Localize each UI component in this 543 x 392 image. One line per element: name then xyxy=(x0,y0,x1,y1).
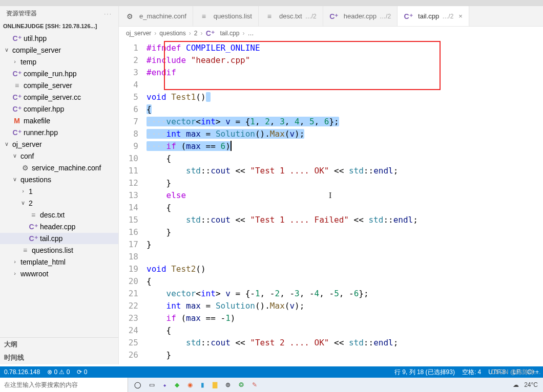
tree-label: compile_server xyxy=(12,46,61,54)
taskbar-search[interactable]: 在这里输入你要搜索的内容 xyxy=(0,378,128,392)
taskbar-icons[interactable]: ◯ ▭ ⬥ ◆ ◉ ▮ ▇ ⊚ ❂ ✎ xyxy=(128,381,263,388)
vscode-icon[interactable]: ⬥ xyxy=(163,381,166,388)
code-line-9[interactable]: ····if (max == 6) xyxy=(147,140,543,153)
code-line-26[interactable]: } xyxy=(147,349,543,361)
code-line-20[interactable]: { xyxy=(147,275,543,288)
status-host[interactable]: 0.78.126.148 xyxy=(4,368,40,376)
snip-icon[interactable]: ✎ xyxy=(252,381,257,388)
tree-node-desc-txt[interactable]: ≡desc.txt xyxy=(0,209,118,221)
status-spaces[interactable]: 空格: 4 xyxy=(462,368,481,377)
breadcrumb-item[interactable]: tail.cpp xyxy=(220,30,239,37)
timeline-section[interactable]: 时间线 xyxy=(0,351,118,364)
tree-node-2[interactable]: ∨2 xyxy=(0,198,118,209)
vscode-icon-2[interactable]: ▮ xyxy=(201,381,204,388)
taskview-icon[interactable]: ▭ xyxy=(149,381,155,388)
breadcrumb-item[interactable]: questions xyxy=(159,30,185,37)
tree-node-tail-cpp[interactable]: C⁺tail.cpp xyxy=(0,233,118,244)
code-line-1[interactable]: #ifndef COMPILER_ONLINE xyxy=(147,42,543,54)
tree-node-1[interactable]: ›1 xyxy=(0,186,118,197)
code-line-22[interactable]: int max = Solution().Max(v); xyxy=(147,300,543,312)
app-icon[interactable]: ◆ xyxy=(175,381,179,388)
more-icon[interactable]: ··· xyxy=(104,10,112,17)
tree-label: desc.txt xyxy=(40,211,65,219)
code-line-7[interactable]: ····vector<int> v = {1, 2, 3, 4, 5, 6}; xyxy=(147,116,543,128)
tree-node-questions-list[interactable]: ≡questions.list xyxy=(0,245,118,256)
tab-header-cpp[interactable]: C⁺header.cpp…/2 xyxy=(323,6,398,26)
tab-label: e_machine.conf xyxy=(139,12,186,20)
tree-node-wwwroot[interactable]: ›wwwroot xyxy=(0,268,118,279)
code-line-4[interactable] xyxy=(147,79,543,91)
code-line-2[interactable]: #include "header.cpp" xyxy=(147,54,543,67)
status-cursor[interactable]: 行 9, 列 18 (已选择93) xyxy=(394,368,455,377)
tree-node-compile-server-cc[interactable]: C⁺compile_server.cc xyxy=(0,92,118,103)
outline-section[interactable]: 大纲 xyxy=(0,338,118,351)
code-line-5[interactable]: void Test1() xyxy=(147,91,543,103)
wechat-icon[interactable]: ❂ xyxy=(239,381,244,388)
code-lines[interactable]: I #ifndef COMPILER_ONLINE#include "heade… xyxy=(147,40,543,364)
code-line-11[interactable]: std::cout << "Test 1 .... OK" << std::en… xyxy=(147,165,543,177)
tab-desc-txt[interactable]: ≡desc.txt…/2 xyxy=(259,6,323,26)
code-line-8[interactable]: ····int max = Solution().Max(v); xyxy=(147,128,543,140)
status-errors[interactable]: ⊗ 0 ⚠ 0 xyxy=(47,368,70,376)
tree-node-compile-server[interactable]: ≡compile_server xyxy=(0,80,118,91)
breadcrumb-item[interactable]: oj_server xyxy=(126,30,151,37)
line-number: 6 xyxy=(119,103,138,116)
taskbar[interactable]: 在这里输入你要搜索的内容 ◯ ▭ ⬥ ◆ ◉ ▮ ▇ ⊚ ❂ ✎ ☁ 24°C xyxy=(0,378,543,392)
tree-node-temp[interactable]: ›temp xyxy=(0,56,118,68)
code-line-16[interactable]: } xyxy=(147,226,543,238)
status-ports[interactable]: ⟳ 0 xyxy=(77,368,87,376)
tree-node-compiler-hpp[interactable]: C⁺compiler.hpp xyxy=(0,103,118,115)
code-line-23[interactable]: if (max == -1) xyxy=(147,312,543,324)
code-line-25[interactable]: std::cout << "Test 2 .... OK" << std::en… xyxy=(147,337,543,349)
code-line-15[interactable]: std::cout << "Test 1 .... Failed" << std… xyxy=(147,214,543,226)
files-icon[interactable]: ▇ xyxy=(213,381,217,388)
chevron-icon: › xyxy=(11,257,18,266)
project-label[interactable]: ONLINEJUDGE [SSH: 120.78.126...] xyxy=(0,21,118,31)
breadcrumb-item[interactable]: … xyxy=(247,30,254,37)
weather-icon[interactable]: ☁ xyxy=(513,381,519,388)
line-number: 16 xyxy=(119,226,138,238)
code-line-19[interactable]: void Test2() xyxy=(147,263,543,275)
code-line-10[interactable]: { xyxy=(147,153,543,165)
weather-text[interactable]: 24°C xyxy=(524,381,538,388)
breadcrumb[interactable]: oj_server›questions›2›C⁺tail.cpp›… xyxy=(119,27,543,40)
tree-node-header-cpp[interactable]: C⁺header.cpp xyxy=(0,221,118,232)
code-line-12[interactable]: } xyxy=(147,177,543,189)
tree-node-runner-hpp[interactable]: C⁺runner.hpp xyxy=(0,127,118,138)
tree-node-template-html[interactable]: ›template_html xyxy=(0,256,118,268)
close-icon[interactable]: × xyxy=(456,12,463,20)
menu-bar[interactable] xyxy=(0,0,543,6)
chrome-icon[interactable]: ⊚ xyxy=(225,381,231,388)
tab-label: tail.cpp xyxy=(418,12,439,20)
tree-node-service-machine-conf[interactable]: ⚙service_machine.conf xyxy=(0,162,118,173)
tree-node-conf[interactable]: ∨conf xyxy=(0,150,118,162)
tab-e-machine-conf[interactable]: ⚙e_machine.conf xyxy=(119,6,193,26)
tree-node-makefile[interactable]: Mmakefile xyxy=(0,115,118,126)
cortana-icon[interactable]: ◯ xyxy=(134,381,141,388)
chevron-icon: ∨ xyxy=(19,198,27,207)
tree-node-oj-server[interactable]: ∨oj_server xyxy=(0,139,118,150)
taskbar-right[interactable]: ☁ 24°C xyxy=(513,381,543,388)
app-icon-2[interactable]: ◉ xyxy=(187,381,193,388)
tab-tail-cpp[interactable]: C⁺tail.cpp…/2× xyxy=(398,6,469,26)
code-line-14[interactable]: { xyxy=(147,202,543,214)
code-editor[interactable]: 1234567891011121314151617181920212223242… xyxy=(119,40,543,364)
code-line-24[interactable]: { xyxy=(147,324,543,337)
chevron-icon xyxy=(3,92,10,101)
tree-node-compile-server[interactable]: ∨compile_server xyxy=(0,45,118,56)
code-line-18[interactable] xyxy=(147,251,543,263)
tree-node-compile-run-hpp[interactable]: C⁺compile_run.hpp xyxy=(0,68,118,79)
code-line-21[interactable]: vector<int> v = {-1, -2, -3, -4, -5, -6}… xyxy=(147,288,543,300)
chevron-icon xyxy=(3,127,10,137)
status-bar[interactable]: 0.78.126.148 ⊗ 0 ⚠ 0 ⟳ 0 行 9, 列 18 (已选择9… xyxy=(0,366,543,378)
line-number: 13 xyxy=(119,189,138,202)
tree-node-questions[interactable]: ∨questions xyxy=(0,174,118,185)
breadcrumb-item[interactable]: 2 xyxy=(194,30,198,37)
code-line-17[interactable]: } xyxy=(147,238,543,251)
tree-node-util-hpp[interactable]: C⁺util.hpp xyxy=(0,33,118,44)
cpp-icon: C⁺ xyxy=(12,104,22,114)
code-line-13[interactable]: else xyxy=(147,189,543,202)
code-line-3[interactable]: #endif xyxy=(147,67,543,79)
tab-questions-list[interactable]: ≡questions.list xyxy=(193,6,259,26)
code-line-6[interactable]: { xyxy=(147,103,543,116)
